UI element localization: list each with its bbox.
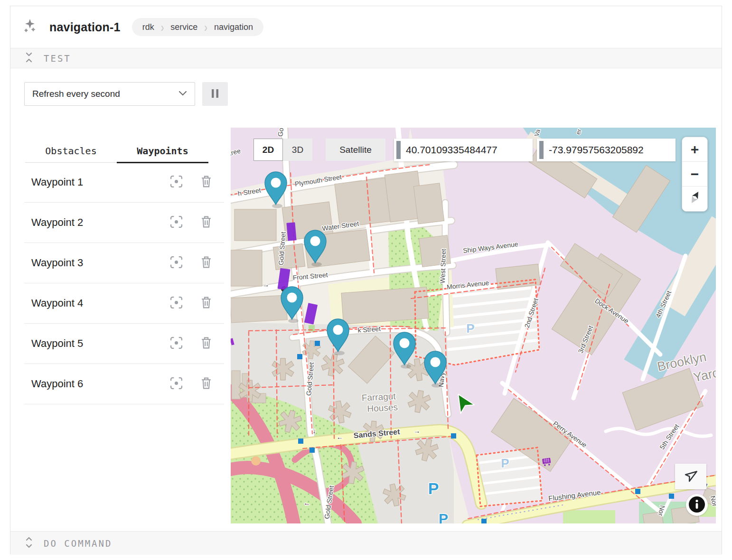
street-label: P — [439, 511, 448, 523]
breadcrumb-item: rdk — [142, 22, 154, 32]
street-label: → — [413, 427, 421, 435]
map-layers-tabs: Obstacles Waypoints — [25, 140, 208, 163]
focus-icon — [170, 256, 183, 270]
street-label: k Street — [357, 325, 381, 334]
expand-vertical-icon — [25, 536, 33, 551]
trash-icon — [201, 377, 212, 391]
breadcrumb-chevron-icon: › — [161, 19, 164, 35]
focus-icon — [170, 215, 183, 230]
breadcrumb: rdk › service › navigation — [132, 18, 263, 36]
trash-icon — [201, 296, 212, 310]
mode-2d-button[interactable]: 2D — [253, 139, 283, 161]
chevron-down-icon — [178, 90, 187, 98]
info-icon — [688, 495, 706, 515]
card-header: navigation-1 rdk › service › navigation — [10, 6, 722, 48]
waypoint-row: Waypoint 1 — [24, 162, 224, 203]
waypoint-name: Waypoint 6 — [31, 378, 170, 390]
focus-icon — [170, 175, 183, 189]
do-command-section-title: DO COMMAND — [44, 538, 112, 549]
waypoint-name: Waypoint 1 — [31, 176, 170, 188]
map-tiles: treeh StreetPlymouth StreetWater StreetF… — [231, 128, 716, 523]
sparkle-icon — [23, 18, 39, 36]
street-label: Go — [276, 128, 285, 137]
street-label: P — [466, 321, 474, 336]
focus-icon — [170, 336, 183, 351]
page-title: navigation-1 — [49, 20, 121, 34]
breadcrumb-chevron-icon: › — [204, 19, 207, 35]
focus-waypoint-button[interactable] — [170, 175, 183, 189]
satellite-toggle-button[interactable]: Satellite — [326, 139, 385, 161]
longitude-field — [537, 139, 676, 161]
do-command-section-header[interactable]: DO COMMAND — [10, 531, 722, 555]
waypoint-row: Waypoint 3 — [24, 243, 224, 283]
focus-waypoint-button[interactable] — [170, 377, 183, 391]
map-info-button[interactable] — [686, 494, 708, 516]
waypoint-name: Waypoint 2 — [31, 216, 170, 229]
zoom-in-button[interactable]: + — [682, 137, 707, 162]
map-zoom-controls: + − — [682, 137, 708, 212]
delete-waypoint-button[interactable] — [201, 377, 212, 391]
test-section-title: TEST — [44, 53, 71, 64]
breadcrumb-item: navigation — [214, 22, 253, 32]
delete-waypoint-button[interactable] — [201, 336, 212, 351]
waypoint-name: Waypoint 4 — [31, 297, 170, 309]
waypoint-row: Waypoint 4 — [24, 283, 224, 324]
locate-arrow-icon — [684, 469, 698, 485]
delete-waypoint-button[interactable] — [201, 296, 212, 310]
longitude-input[interactable] — [548, 144, 673, 156]
trash-icon — [201, 336, 212, 351]
focus-waypoint-button[interactable] — [170, 336, 183, 351]
collapse-vertical-icon — [25, 52, 33, 65]
waypoint-row: Waypoint 2 — [24, 203, 224, 243]
mode-3d-button[interactable]: 3D — [283, 139, 312, 161]
refresh-rate-value: Refresh every second — [32, 89, 178, 99]
focus-icon — [170, 296, 183, 310]
longitude-drag-handle[interactable] — [539, 141, 544, 159]
focus-waypoint-button[interactable] — [170, 256, 183, 270]
navigation-card: navigation-1 rdk › service › navigation … — [10, 6, 722, 554]
refresh-rate-select[interactable]: Refresh every second — [24, 82, 195, 106]
locate-me-button[interactable] — [675, 464, 706, 489]
delete-waypoint-button[interactable] — [201, 215, 212, 230]
focus-icon — [170, 377, 183, 391]
trash-icon — [201, 256, 212, 270]
map-mode-toggle: 2D 3D — [253, 139, 312, 161]
waypoint-name: Waypoint 3 — [31, 257, 170, 269]
street-label: P — [501, 456, 509, 470]
street-label: ← — [303, 498, 311, 507]
street-label: Houses — [367, 402, 398, 413]
street-label: Farragut — [361, 391, 396, 403]
waypoint-row: Waypoint 5 — [24, 324, 224, 364]
street-label: ← — [337, 433, 344, 441]
obstacle-marker[interactable] — [286, 222, 296, 241]
street-label: → — [262, 280, 270, 289]
pause-icon — [211, 89, 219, 100]
delete-waypoint-button[interactable] — [201, 175, 212, 189]
waypoint-name: Waypoint 5 — [31, 337, 170, 350]
trash-icon — [201, 175, 212, 189]
zoom-out-button[interactable]: − — [682, 162, 707, 187]
latitude-drag-handle[interactable] — [396, 141, 401, 159]
focus-waypoint-button[interactable] — [170, 215, 183, 230]
waypoint-row: Waypoint 6 — [24, 364, 224, 404]
compass-needle-icon — [687, 189, 703, 209]
street-label: P — [428, 479, 439, 497]
latitude-input[interactable] — [405, 144, 530, 156]
breadcrumb-item: service — [170, 22, 197, 32]
trash-icon — [201, 215, 212, 230]
delete-waypoint-button[interactable] — [201, 256, 212, 270]
compass-button[interactable] — [682, 187, 707, 211]
map-canvas[interactable]: treeh StreetPlymouth StreetWater StreetF… — [231, 128, 716, 523]
tab-obstacles[interactable]: Obstacles — [25, 140, 117, 162]
test-section-header[interactable]: TEST — [10, 48, 722, 68]
street-label: West Street — [439, 249, 448, 284]
waypoint-list: Waypoint 1Waypoint 2Waypoint 3Waypoint 4… — [24, 162, 224, 404]
focus-waypoint-button[interactable] — [170, 296, 183, 310]
latitude-field — [394, 139, 533, 161]
tab-waypoints[interactable]: Waypoints — [117, 140, 208, 163]
pause-refresh-button[interactable] — [202, 82, 228, 106]
